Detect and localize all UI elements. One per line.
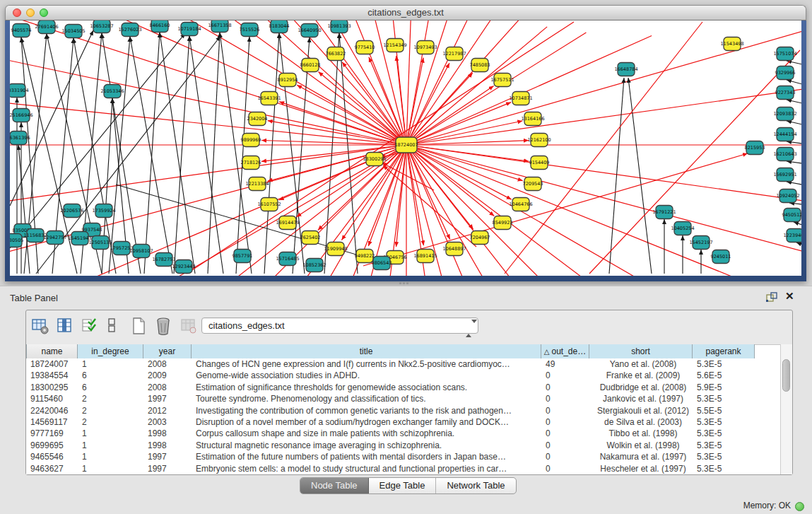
table-row[interactable]: 977716911998Corpus callosum shape and si…	[26, 428, 780, 439]
merge-tables-icon[interactable]	[105, 317, 124, 335]
close-panel-icon[interactable]: ✕	[785, 290, 794, 303]
table-row[interactable]: 1938455462009Genome-wide association stu…	[26, 370, 780, 381]
cell[interactable]: Hescheler et al. (1997)	[589, 463, 693, 474]
cell[interactable]: 19384554	[26, 370, 78, 381]
column-header-year[interactable]: year	[143, 344, 192, 358]
cell[interactable]: 0	[541, 382, 589, 393]
cell[interactable]: Wolkin et al. (1998)	[589, 440, 693, 451]
cell[interactable]: 2	[78, 405, 143, 416]
cell[interactable]: 18300295	[26, 382, 78, 393]
cell[interactable]: 5.9E-5	[693, 382, 755, 393]
cell[interactable]: Investigating the contribution of common…	[192, 405, 541, 416]
cell[interactable]: 5.5E-5	[693, 405, 755, 416]
cell[interactable]: 0	[541, 440, 589, 451]
table-row[interactable]: 969969511998Structural magnetic resonanc…	[26, 440, 780, 451]
cell[interactable]: 1	[78, 440, 143, 451]
float-panel-icon[interactable]	[765, 291, 778, 303]
cell[interactable]: 0	[541, 405, 589, 416]
scrollbar-thumb[interactable]	[782, 359, 790, 392]
close-window-button[interactable]	[13, 8, 21, 17]
cell[interactable]: 0	[541, 393, 589, 404]
column-header-pagerank[interactable]: pagerank	[693, 344, 755, 358]
cell[interactable]: 5.3E-5	[693, 393, 755, 404]
cell[interactable]: 0	[541, 416, 589, 428]
cell[interactable]: 0	[541, 428, 589, 439]
network-view[interactable]: 1872400718300295121543491097349312217987…	[10, 21, 801, 276]
cell[interactable]: 1	[78, 451, 143, 462]
cell[interactable]: Corpus callosum shape and size in male p…	[192, 428, 541, 439]
cell[interactable]: Tibbo et al. (1998)	[589, 428, 693, 439]
table-vertical-scrollbar[interactable]	[780, 344, 792, 474]
cell[interactable]: 5.3E-5	[693, 451, 755, 462]
column-header-name[interactable]: name	[26, 344, 78, 358]
cell[interactable]: 1997	[143, 451, 192, 462]
panel-resize-grip[interactable]	[399, 282, 401, 284]
cell[interactable]: Nakamura et al. (1997)	[589, 451, 693, 462]
table-row[interactable]: 946554611997Estimation of the future num…	[26, 451, 780, 462]
tab-network-table[interactable]: Network Table	[436, 478, 515, 493]
cell[interactable]: 1998	[143, 428, 192, 439]
cell[interactable]: 9699695	[26, 440, 78, 451]
cell[interactable]: Franke et al. (2009)	[589, 370, 693, 381]
cell[interactable]: 18724007	[26, 358, 78, 370]
cell[interactable]: 1997	[143, 463, 192, 474]
tab-edge-table[interactable]: Edge Table	[369, 478, 437, 493]
cell[interactable]: 1997	[143, 393, 192, 404]
cell[interactable]: 14569117	[26, 416, 78, 428]
cell[interactable]: 2012	[143, 405, 192, 416]
network-canvas[interactable]: 1872400718300295121543491097349312217987…	[10, 21, 801, 276]
network-table-select[interactable]: citations_edges.txt	[201, 317, 478, 334]
cell[interactable]: de Silva et al. (2003)	[589, 416, 693, 428]
cell[interactable]: 2003	[143, 416, 192, 428]
cell[interactable]: 0	[541, 451, 589, 462]
cell[interactable]: 9777169	[26, 428, 78, 439]
cell[interactable]: Changes of HCN gene expression and I(f) …	[192, 358, 541, 370]
cell[interactable]: Stergiakouli et al. (2012)	[589, 405, 693, 416]
cell[interactable]: 6	[78, 382, 143, 393]
cell[interactable]: Structural magnetic resonance image aver…	[192, 440, 541, 451]
cell[interactable]: Estimation of significance thresholds fo…	[192, 382, 541, 393]
delete-table-icon[interactable]	[155, 317, 173, 335]
cell[interactable]: Jankovic et al. (1997)	[589, 393, 693, 404]
column-header-out_de[interactable]: △out_de…	[541, 344, 589, 358]
cell[interactable]: 2008	[143, 358, 192, 370]
cell[interactable]: 5.3E-5	[693, 463, 755, 474]
cell[interactable]: 5.3E-5	[693, 358, 755, 370]
cell[interactable]: 9115460	[26, 393, 78, 404]
cell[interactable]: Yano et al. (2008)	[589, 358, 693, 370]
cell[interactable]: 0	[541, 370, 589, 381]
new-table-icon[interactable]	[130, 317, 148, 335]
column-header-title[interactable]: title	[192, 344, 541, 358]
column-header-in_degree[interactable]: in_degree	[78, 344, 143, 358]
minimize-window-button[interactable]	[26, 8, 35, 17]
table-row[interactable]: 1872400712008Changes of HCN gene express…	[26, 358, 780, 370]
cell[interactable]: 5.3E-5	[693, 428, 755, 439]
cell[interactable]: 2009	[143, 370, 192, 381]
cell[interactable]: Dudbridge et al. (2008)	[589, 382, 693, 393]
cell[interactable]: 1	[78, 358, 143, 370]
cell[interactable]: 1	[78, 463, 143, 474]
cell[interactable]: Disruption of a novel member of a sodium…	[192, 416, 541, 428]
cell[interactable]: 9465546	[26, 451, 78, 462]
column-select-icon[interactable]	[56, 317, 74, 335]
cell[interactable]: 49	[541, 358, 589, 370]
table-row[interactable]: 1830029562008Estimation of significance …	[26, 382, 780, 393]
cell[interactable]: 22420046	[26, 405, 78, 416]
network-window-titlebar[interactable]: citations_edges.txt	[5, 5, 806, 21]
cell[interactable]: 9463627	[26, 463, 78, 474]
zoom-window-button[interactable]	[40, 8, 48, 17]
cell[interactable]: 0	[541, 463, 589, 474]
cell[interactable]: Genome-wide association studies in ADHD.	[192, 370, 541, 381]
cell[interactable]: 6	[78, 370, 143, 381]
cell[interactable]: 2	[78, 393, 143, 404]
cell[interactable]: 2008	[143, 382, 192, 393]
table-row[interactable]: 1456911722003Disruption of a novel membe…	[26, 416, 780, 428]
column-header-short[interactable]: short	[589, 344, 693, 358]
table-row[interactable]: 2242004622012Investigating the contribut…	[26, 405, 780, 416]
row-check-icon[interactable]	[81, 317, 99, 335]
cell[interactable]: 5.3E-5	[693, 416, 755, 428]
cell[interactable]: 1998	[143, 440, 192, 451]
cell[interactable]: 5.6E-5	[693, 370, 755, 381]
table-settings-icon[interactable]	[31, 317, 49, 335]
cell[interactable]: Estimation of the future numbers of pati…	[192, 451, 541, 462]
